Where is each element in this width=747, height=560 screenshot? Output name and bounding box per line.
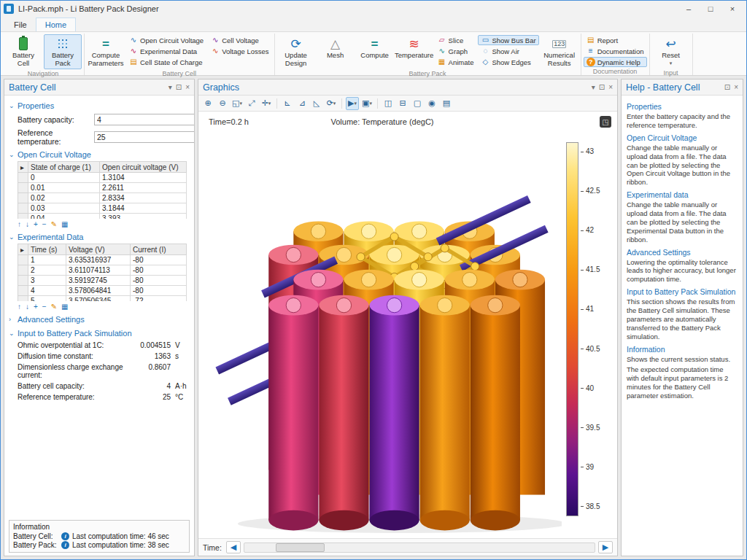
- move-down-icon[interactable]: ↓: [26, 303, 29, 311]
- single-view-icon[interactable]: ▢: [411, 97, 424, 110]
- section-properties[interactable]: ⌄ Properties: [9, 98, 190, 112]
- dynamic-help-button[interactable]: ? Dynamic Help: [584, 57, 647, 67]
- slice-button[interactable]: ▱ Slice: [435, 35, 477, 45]
- view-xy-icon[interactable]: ⊾: [281, 97, 294, 110]
- time-slider-track[interactable]: [244, 542, 595, 553]
- open-circuit-voltage-button[interactable]: ∿ Open Circuit Voltage: [126, 35, 206, 45]
- section-experimental-data[interactable]: ⌄ Experimental Data: [9, 230, 190, 244]
- graph-button[interactable]: ∿ Graph: [435, 46, 477, 56]
- exp-col-time: Time (s): [28, 244, 66, 255]
- panel-float-icon[interactable]: ⊡: [176, 83, 182, 91]
- rotate-view-icon[interactable]: ⟳▾: [325, 97, 338, 110]
- reference-temperature-input[interactable]: [94, 131, 194, 143]
- documentation-button[interactable]: ≡ Documentation: [584, 46, 647, 56]
- diffusion-time-constant-row: Diffusion time constant: 1363 s: [18, 352, 190, 360]
- temperature-button[interactable]: ≋ Temperature: [395, 34, 433, 62]
- panel-close-icon[interactable]: ×: [734, 83, 738, 91]
- slice-icon: ▱: [438, 36, 446, 44]
- add-row-icon[interactable]: +: [34, 303, 38, 311]
- cell-state-of-charge-button[interactable]: ▤ Cell State of Charge: [126, 57, 206, 67]
- help-heading-input-to-pack-simulation[interactable]: Input to Battery Pack Simulation: [627, 287, 738, 296]
- animate-button[interactable]: ▦ Animate: [435, 57, 477, 67]
- help-heading-information[interactable]: Information: [627, 345, 738, 354]
- zoom-out-icon[interactable]: ⊖: [216, 97, 229, 110]
- show-air-button[interactable]: ◌ Show Air: [478, 46, 538, 56]
- split-horizontal-icon[interactable]: ◫: [382, 97, 395, 110]
- help-heading-advanced-settings[interactable]: Advanced Settings: [627, 248, 738, 257]
- view-zx-icon[interactable]: ◺: [310, 97, 323, 110]
- experimental-data-button[interactable]: ∿ Experimental Data: [126, 46, 206, 56]
- zoom-box-icon[interactable]: ◱▾: [231, 97, 244, 110]
- help-text: Shows the current session status.: [627, 355, 738, 364]
- panel-close-icon[interactable]: ×: [608, 83, 613, 91]
- compute-button[interactable]: = Compute: [356, 34, 394, 62]
- chevron-right-icon: ›: [9, 316, 15, 323]
- numerical-results-button[interactable]: 123 Numerical Results: [541, 34, 578, 69]
- panel-float-icon[interactable]: ⊡: [599, 83, 605, 91]
- info-icon: i: [61, 541, 69, 549]
- pan-icon[interactable]: ✛▾: [260, 97, 273, 110]
- add-row-icon[interactable]: +: [34, 220, 38, 228]
- panel-menu-icon[interactable]: ▾: [169, 83, 172, 91]
- section-advanced-settings[interactable]: › Advanced Settings: [9, 312, 190, 326]
- delete-row-icon[interactable]: −: [42, 303, 47, 311]
- exp-col-voltage: Voltage (V): [66, 244, 131, 255]
- graphics-canvas[interactable]: Volume: Temperature (degC) Time=0.2 h: [198, 112, 617, 538]
- move-up-icon[interactable]: ↑: [18, 303, 21, 311]
- section-input-to-pack-simulation[interactable]: ⌄ Input to Battery Pack Simulation: [9, 326, 190, 340]
- cell-voltage-button[interactable]: ∿ Cell Voltage: [208, 35, 271, 45]
- table-row: 01.3104: [18, 173, 187, 183]
- split-vertical-icon[interactable]: ⊟: [396, 97, 409, 110]
- ribbon-group-battery-cell: = Compute Parameters ∿ Open Circuit Volt…: [85, 34, 275, 75]
- section-open-circuit-voltage[interactable]: ⌄ Open Circuit Voltage: [9, 147, 190, 161]
- battery-pack-button[interactable]: Battery Pack: [44, 34, 82, 69]
- colorbar-tick: 39: [581, 464, 608, 471]
- load-file-icon[interactable]: ▦: [61, 303, 68, 311]
- table-row: 13.635316937-80: [18, 255, 187, 265]
- tab-file[interactable]: File: [5, 18, 36, 31]
- play-animation-icon[interactable]: ▶▾: [346, 97, 359, 110]
- compute-parameters-button[interactable]: = Compute Parameters: [87, 34, 125, 69]
- close-button[interactable]: ×: [721, 1, 743, 16]
- default-view-button[interactable]: [600, 116, 611, 128]
- battery-pack-3d-view[interactable]: [203, 131, 562, 534]
- help-heading-experimental-data[interactable]: Experimental data: [627, 190, 738, 199]
- print-icon[interactable]: ▤: [440, 97, 453, 110]
- show-bus-bar-button[interactable]: ▭ Show Bus Bar: [478, 35, 538, 45]
- battery-cell-status-row: Battery Cell: i Last computation time: 4…: [13, 532, 185, 540]
- help-heading-open-circuit-voltage[interactable]: Open Circuit Voltage: [627, 133, 738, 142]
- edit-icon[interactable]: ✎: [51, 303, 57, 311]
- time-step-back-button[interactable]: ◀: [226, 541, 241, 553]
- charge-exchange-current-row: Dimensionless charge exchange current: 0…: [18, 363, 190, 379]
- view-yz-icon[interactable]: ⊿: [295, 97, 309, 110]
- panel-float-icon[interactable]: ⊡: [724, 83, 730, 91]
- time-step-forward-button[interactable]: ▶: [598, 541, 613, 553]
- maximize-button[interactable]: □: [700, 1, 721, 16]
- update-design-button[interactable]: ⟳ Update Design: [277, 34, 315, 69]
- zoom-in-icon[interactable]: ⊕: [201, 97, 214, 110]
- report-button[interactable]: ▤ Report: [584, 35, 647, 45]
- delete-row-icon[interactable]: −: [42, 220, 47, 228]
- scene-settings-icon[interactable]: ▣▾: [360, 97, 374, 110]
- tab-home[interactable]: Home: [36, 18, 76, 31]
- time-slider-thumb[interactable]: [276, 543, 325, 552]
- mesh-button[interactable]: △ Mesh: [317, 34, 355, 62]
- show-edges-icon: ◇: [481, 58, 489, 66]
- panel-menu-icon[interactable]: ▾: [592, 83, 595, 91]
- reset-button[interactable]: ↩ Reset ▾: [652, 34, 690, 69]
- snapshot-icon[interactable]: ◉: [425, 97, 438, 110]
- battery-cell-button[interactable]: Battery Cell: [4, 34, 42, 69]
- zoom-extents-icon[interactable]: ⤢: [245, 97, 258, 110]
- panel-close-icon[interactable]: ×: [185, 83, 190, 91]
- load-file-icon[interactable]: ▦: [61, 220, 68, 228]
- show-edges-button[interactable]: ◇ Show Edges: [478, 57, 538, 67]
- minimize-button[interactable]: –: [678, 1, 700, 16]
- battery-capacity-input[interactable]: [94, 114, 194, 125]
- edit-icon[interactable]: ✎: [51, 220, 57, 228]
- voltage-losses-button[interactable]: ∿ Voltage Losses: [208, 46, 271, 56]
- ohmic-overpotential-row: Ohmic overpotential at 1C: 0.004515 V: [18, 341, 190, 349]
- help-heading-properties[interactable]: Properties: [627, 102, 738, 111]
- move-down-icon[interactable]: ↓: [26, 220, 29, 228]
- help-text: Change the table manually or upload data…: [627, 201, 738, 244]
- move-up-icon[interactable]: ↑: [18, 220, 21, 228]
